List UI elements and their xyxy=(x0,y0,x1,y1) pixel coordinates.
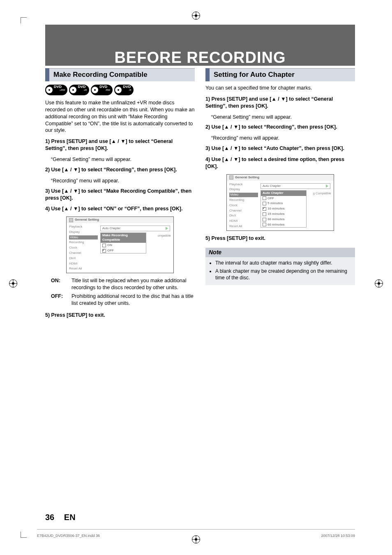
left-column: Make Recording Compatible DVD+RW DVD+R D… xyxy=(45,68,195,323)
play-arrow-icon xyxy=(166,227,168,230)
window-icon xyxy=(69,218,73,222)
step-text: 1) Press [SETUP] and use [▲ / ▼] to sele… xyxy=(45,138,195,152)
settings-ui-screenshot: General Setting Playback Display Video R… xyxy=(66,216,174,273)
ui-sidebar: Playback Display Video Recording Clock C… xyxy=(227,181,261,230)
ui-option: ON xyxy=(101,243,146,248)
ui-side-item: Display xyxy=(69,230,98,235)
ui-side-item: HDMI xyxy=(69,262,98,266)
ui-popup: Auto Chapter OFF 5 minutes 10 minutes 15… xyxy=(261,190,307,228)
disc-badge: DVD-RW xyxy=(91,85,113,95)
manual-page: BEFORE RECORDING Make Recording Compatib… xyxy=(0,0,392,555)
ui-side-item: HDMI xyxy=(229,219,258,223)
ui-side-item: DivX xyxy=(69,256,98,261)
ui-side-item: DivX xyxy=(229,214,258,218)
note-item: A blank chapter may be created depending… xyxy=(215,268,351,281)
ui-title: General Setting xyxy=(235,175,259,180)
ui-option: 30 minutes xyxy=(261,217,306,222)
disc-badge: DVD+RW xyxy=(45,85,67,95)
ui-side-item: Channel xyxy=(69,251,98,256)
right-column: Setting for Auto Chapter You can set a s… xyxy=(205,68,355,323)
ui-side-item: Clock xyxy=(229,203,258,208)
checkbox-checked-icon xyxy=(102,249,106,253)
registration-mark-icon xyxy=(192,535,200,543)
ui-option: 5 minutes xyxy=(261,201,306,206)
ui-truncated-text: ompatible xyxy=(157,234,171,238)
ui-popup: Make Recording Compatible ON OFF xyxy=(100,233,146,253)
ui-option: 60 minutes xyxy=(261,222,306,228)
ui-option: OFF xyxy=(101,248,146,253)
step-text: 3) Use [▲ / ▼] to select “Auto Chapter”,… xyxy=(205,145,355,152)
step-sub: “Recording” menu will appear. xyxy=(51,177,195,184)
note-title: Note xyxy=(205,248,355,257)
def-key: OFF: xyxy=(51,293,69,307)
footer-rule xyxy=(37,529,355,530)
section-heading-text: Make Recording Compatible xyxy=(49,68,195,81)
def-value: Prohibiting additional record to the dis… xyxy=(71,293,195,307)
window-icon xyxy=(229,175,233,180)
ui-side-item: Recording xyxy=(229,198,258,203)
definition-list: ON: Title list will be replaced when you… xyxy=(51,277,195,307)
ui-popup-title: Make Recording Compatible xyxy=(101,233,146,243)
disc-format-row: DVD+RW DVD+R DVD-RW DVD-R xyxy=(45,85,195,95)
ui-side-item: Reset All xyxy=(229,224,258,229)
def-key: ON: xyxy=(51,277,69,291)
ui-option: 15 minutes xyxy=(261,212,306,217)
step-text: 2) Use [▲ / ▼] to select “Recording”, th… xyxy=(45,166,195,173)
checkbox-icon xyxy=(263,196,266,200)
def-value: Title list will be replaced when you mak… xyxy=(71,277,195,291)
ui-option: OFF xyxy=(261,196,306,201)
intro-text: Use this feature to make the unfinalized… xyxy=(45,99,195,134)
ui-side-item-selected: Video xyxy=(69,235,98,240)
step-text: 2) Use [▲ / ▼] to select “Recording”, th… xyxy=(205,124,355,131)
note-body: The interval for auto chapter marks may … xyxy=(205,257,355,286)
checkbox-icon xyxy=(102,244,106,247)
ui-title: General Setting xyxy=(75,218,99,222)
intro-text: You can set a specified time for chapter… xyxy=(205,85,355,92)
page-title: BEFORE RECORDING xyxy=(114,49,286,67)
step-text: 3) Use [▲ / ▼] to select “Make Recording… xyxy=(45,188,195,202)
ui-side-item: Playback xyxy=(69,225,98,229)
step-text: 5) Press [SETUP] to exit. xyxy=(205,235,355,242)
ui-side-item: Channel xyxy=(229,209,258,213)
ui-side-item: Recording xyxy=(69,240,98,245)
ui-side-item-selected: Video xyxy=(229,193,258,197)
disc-badge: DVD+R xyxy=(69,85,89,95)
footer-file: E7B42UD_DVDR3506-37_EN.indd 36 xyxy=(37,534,100,538)
section-heading-text: Setting for Auto Chapter xyxy=(210,68,355,81)
settings-ui-screenshot: General Setting Playback Display Video R… xyxy=(226,174,334,231)
ui-popup-title: Auto Chapter xyxy=(261,191,306,196)
ui-side-item: Clock xyxy=(69,246,98,250)
note-item: The interval for auto chapter marks may … xyxy=(215,260,351,266)
page-number: 36 EN xyxy=(45,513,76,522)
ui-field: Auto Chapter xyxy=(100,226,170,231)
play-arrow-icon xyxy=(326,184,328,188)
checkbox-icon xyxy=(263,223,266,226)
footer-timestamp: 2007/12/28 10:53:09 xyxy=(321,534,355,538)
page-title-banner: BEFORE RECORDING xyxy=(45,25,355,66)
step-sub: “General Setting” menu will appear. xyxy=(211,114,355,121)
section-heading: Setting for Auto Chapter xyxy=(205,68,355,81)
step-text: 5) Press [SETUP] to exit. xyxy=(45,312,195,319)
ui-side-item: Reset All xyxy=(69,267,98,271)
checkbox-icon xyxy=(263,212,266,216)
checkbox-icon xyxy=(263,218,266,221)
ui-sidebar: Playback Display Video Recording Clock C… xyxy=(67,223,100,273)
disc-badge: DVD-R xyxy=(114,85,134,95)
step-text: 4) Use [▲ / ▼] to select “ON” or “OFF”, … xyxy=(45,205,195,212)
checkbox-checked-icon xyxy=(263,207,266,211)
ui-truncated-text: g Compatible xyxy=(313,191,331,196)
section-heading: Make Recording Compatible xyxy=(45,68,195,81)
ui-option: 10 minutes xyxy=(261,206,306,212)
ui-side-item: Display xyxy=(229,187,258,192)
checkbox-icon xyxy=(263,202,266,205)
step-text: 4) Use [▲ / ▼] to select a desired time … xyxy=(205,156,355,170)
ui-side-item: Playback xyxy=(229,182,258,187)
ui-field: Auto Chapter xyxy=(261,183,330,189)
note-box: Note The interval for auto chapter marks… xyxy=(205,248,355,285)
step-text: 1) Press [SETUP] and use [▲ / ▼] to sele… xyxy=(205,96,355,110)
step-sub: “Recording” menu will appear. xyxy=(211,135,355,142)
step-sub: “General Setting” menu will appear. xyxy=(51,156,195,163)
